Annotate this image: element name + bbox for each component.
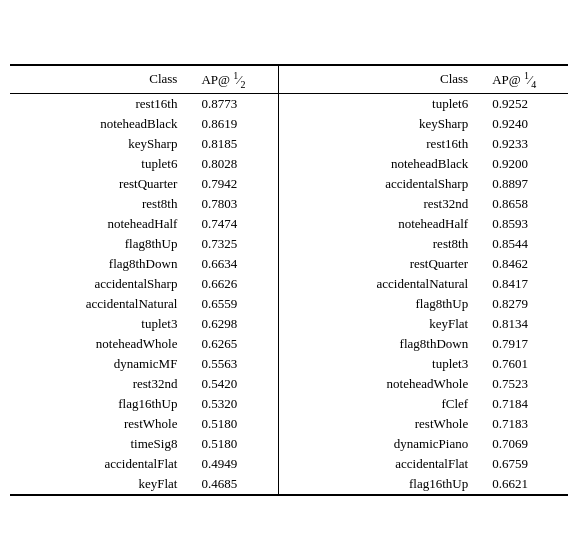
right-class-cell: rest8th bbox=[301, 234, 476, 254]
left-ap-cell: 0.6265 bbox=[185, 334, 277, 354]
results-table: Class AP@ 1⁄2 Class AP@ 1⁄4 rest16th 0.8… bbox=[10, 64, 568, 497]
left-class-cell: rest32nd bbox=[10, 374, 185, 394]
spacer-cell bbox=[279, 454, 301, 474]
table-row: tuplet3 0.6298 keyFlat 0.8134 bbox=[10, 314, 568, 334]
right-class-cell: restWhole bbox=[301, 414, 476, 434]
right-ap-cell: 0.8417 bbox=[476, 274, 568, 294]
right-class-cell: rest16th bbox=[301, 134, 476, 154]
right-ap-cell: 0.7601 bbox=[476, 354, 568, 374]
right-ap-cell: 0.8593 bbox=[476, 214, 568, 234]
right-class-cell: flag8thDown bbox=[301, 334, 476, 354]
table-row: flag8thDown 0.6634 restQuarter 0.8462 bbox=[10, 254, 568, 274]
right-class-cell: noteheadBlack bbox=[301, 154, 476, 174]
left-class-cell: rest8th bbox=[10, 194, 185, 214]
left-ap-cell: 0.5420 bbox=[185, 374, 277, 394]
left-ap-cell: 0.8028 bbox=[185, 154, 277, 174]
left-ap-cell: 0.8185 bbox=[185, 134, 277, 154]
right-class-header: Class bbox=[301, 65, 476, 94]
left-ap-cell: 0.6559 bbox=[185, 294, 277, 314]
table-row: flag8thUp 0.7325 rest8th 0.8544 bbox=[10, 234, 568, 254]
table-row: rest32nd 0.5420 noteheadWhole 0.7523 bbox=[10, 374, 568, 394]
spacer-cell bbox=[279, 194, 301, 214]
left-class-cell: accidentalFlat bbox=[10, 454, 185, 474]
spacer-cell bbox=[279, 434, 301, 454]
spacer-cell bbox=[279, 314, 301, 334]
right-class-cell: dynamicPiano bbox=[301, 434, 476, 454]
right-ap-cell: 0.9200 bbox=[476, 154, 568, 174]
left-ap-cell: 0.6626 bbox=[185, 274, 277, 294]
spacer-cell bbox=[279, 214, 301, 234]
left-ap-cell: 0.7803 bbox=[185, 194, 277, 214]
spacer-cell bbox=[279, 134, 301, 154]
right-ap-cell: 0.6759 bbox=[476, 454, 568, 474]
left-ap-cell: 0.8619 bbox=[185, 114, 277, 134]
right-ap-cell: 0.8897 bbox=[476, 174, 568, 194]
right-ap-cell: 0.9233 bbox=[476, 134, 568, 154]
right-class-cell: flag8thUp bbox=[301, 294, 476, 314]
table-row: rest16th 0.8773 tuplet6 0.9252 bbox=[10, 94, 568, 115]
table-row: accidentalNatural 0.6559 flag8thUp 0.827… bbox=[10, 294, 568, 314]
left-class-cell: restWhole bbox=[10, 414, 185, 434]
left-class-cell: tuplet6 bbox=[10, 154, 185, 174]
left-ap-cell: 0.5563 bbox=[185, 354, 277, 374]
header-row: Class AP@ 1⁄2 Class AP@ 1⁄4 bbox=[10, 65, 568, 94]
spacer-cell bbox=[279, 374, 301, 394]
table-row: noteheadBlack 0.8619 keySharp 0.9240 bbox=[10, 114, 568, 134]
spacer-cell bbox=[279, 174, 301, 194]
spacer-cell bbox=[279, 114, 301, 134]
right-class-cell: rest32nd bbox=[301, 194, 476, 214]
spacer-cell bbox=[279, 254, 301, 274]
left-class-cell: flag8thUp bbox=[10, 234, 185, 254]
left-ap-cell: 0.4949 bbox=[185, 454, 277, 474]
right-ap-cell: 0.8462 bbox=[476, 254, 568, 274]
right-ap-cell: 0.9240 bbox=[476, 114, 568, 134]
left-class-cell: restQuarter bbox=[10, 174, 185, 194]
left-class-cell: flag8thDown bbox=[10, 254, 185, 274]
right-class-cell: tuplet3 bbox=[301, 354, 476, 374]
right-class-cell: tuplet6 bbox=[301, 94, 476, 115]
table-row: restWhole 0.5180 restWhole 0.7183 bbox=[10, 414, 568, 434]
table-row: rest8th 0.7803 rest32nd 0.8658 bbox=[10, 194, 568, 214]
left-ap-cell: 0.7325 bbox=[185, 234, 277, 254]
table-row: accidentalSharp 0.6626 accidentalNatural… bbox=[10, 274, 568, 294]
table-row: dynamicMF 0.5563 tuplet3 0.7601 bbox=[10, 354, 568, 374]
left-class-cell: tuplet3 bbox=[10, 314, 185, 334]
left-class-cell: noteheadHalf bbox=[10, 214, 185, 234]
right-class-cell: fClef bbox=[301, 394, 476, 414]
right-ap-cell: 0.8134 bbox=[476, 314, 568, 334]
right-class-cell: accidentalNatural bbox=[301, 274, 476, 294]
left-ap-cell: 0.5180 bbox=[185, 434, 277, 454]
right-ap-cell: 0.7184 bbox=[476, 394, 568, 414]
table-row: tuplet6 0.8028 noteheadBlack 0.9200 bbox=[10, 154, 568, 174]
left-class-cell: accidentalNatural bbox=[10, 294, 185, 314]
left-ap-cell: 0.5320 bbox=[185, 394, 277, 414]
table-row: keySharp 0.8185 rest16th 0.9233 bbox=[10, 134, 568, 154]
right-ap-cell: 0.6621 bbox=[476, 474, 568, 495]
table-row: keyFlat 0.4685 flag16thUp 0.6621 bbox=[10, 474, 568, 495]
spacer-cell bbox=[279, 154, 301, 174]
spacer-cell bbox=[279, 414, 301, 434]
spacer-header bbox=[279, 65, 301, 94]
left-class-cell: keySharp bbox=[10, 134, 185, 154]
left-ap-header: AP@ 1⁄2 bbox=[185, 65, 277, 94]
left-ap-cell: 0.7942 bbox=[185, 174, 277, 194]
spacer-cell bbox=[279, 294, 301, 314]
spacer-cell bbox=[279, 94, 301, 115]
right-class-cell: noteheadWhole bbox=[301, 374, 476, 394]
right-ap-cell: 0.8544 bbox=[476, 234, 568, 254]
right-ap-cell: 0.7069 bbox=[476, 434, 568, 454]
left-ap-cell: 0.5180 bbox=[185, 414, 277, 434]
left-ap-cell: 0.4685 bbox=[185, 474, 277, 495]
right-ap-cell: 0.9252 bbox=[476, 94, 568, 115]
left-class-cell: dynamicMF bbox=[10, 354, 185, 374]
table-row: accidentalFlat 0.4949 accidentalFlat 0.6… bbox=[10, 454, 568, 474]
table-row: flag16thUp 0.5320 fClef 0.7184 bbox=[10, 394, 568, 414]
right-ap-cell: 0.8279 bbox=[476, 294, 568, 314]
left-class-cell: accidentalSharp bbox=[10, 274, 185, 294]
left-class-cell: rest16th bbox=[10, 94, 185, 115]
left-class-cell: noteheadWhole bbox=[10, 334, 185, 354]
left-class-cell: timeSig8 bbox=[10, 434, 185, 454]
right-class-cell: accidentalSharp bbox=[301, 174, 476, 194]
right-ap-cell: 0.7183 bbox=[476, 414, 568, 434]
right-ap-header: AP@ 1⁄4 bbox=[476, 65, 568, 94]
